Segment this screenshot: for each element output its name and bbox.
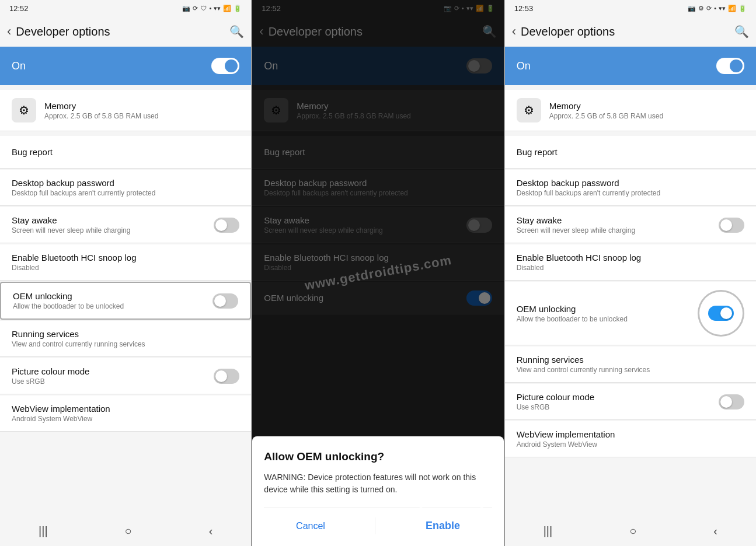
- memory-sub-3: Approx. 2.5 GB of 5.8 GB RAM used: [549, 112, 744, 120]
- phone-panel-1: 12:52 📷 ⟳ 🛡 • ▾▾ 📶 🔋 ‹ Developer options…: [0, 0, 251, 546]
- stayawake-toggle-3[interactable]: [719, 218, 744, 233]
- on-row-3[interactable]: On: [505, 47, 756, 85]
- setting-memory-3[interactable]: ⚙ Memory Approx. 2.5 GB of 5.8 GB RAM us…: [505, 90, 756, 131]
- status-icons-3: 📷 ⚙ ⟳ • ▾▾ 📶 🔋: [688, 5, 747, 12]
- picturecolour-title-1: Picture colour mode: [12, 366, 214, 376]
- oem-text-1: OEM unlocking Allow the bootloader to be…: [13, 291, 212, 310]
- setting-webview-1[interactable]: WebView implementation Android System We…: [0, 396, 251, 432]
- runningservices-title-1: Running services: [12, 329, 239, 339]
- oem-toggle-3[interactable]: [708, 306, 734, 321]
- setting-desktopbackup-1[interactable]: Desktop backup password Desktop full bac…: [0, 170, 251, 206]
- on-row-1[interactable]: On: [0, 47, 251, 85]
- settings-list-1: ⚙ Memory Approx. 2.5 GB of 5.8 GB RAM us…: [0, 85, 251, 516]
- nav-home-3[interactable]: ○: [629, 524, 636, 538]
- setting-oem-3[interactable]: OEM unlocking Allow the bootloader to be…: [505, 282, 756, 345]
- nav-back-3[interactable]: ‹: [713, 524, 717, 538]
- nav-home-1[interactable]: ○: [125, 524, 132, 538]
- setting-desktopbackup-3[interactable]: Desktop backup password Desktop full bac…: [505, 170, 756, 206]
- stayawake-title-1: Stay awake: [12, 215, 214, 225]
- top-bar-1: ‹ Developer options 🔍: [0, 16, 251, 47]
- picturecolour-title-3: Picture colour mode: [517, 392, 719, 402]
- setting-bugreport-3[interactable]: Bug report: [505, 136, 756, 169]
- setting-stayawake-1[interactable]: Stay awake Screen will never sleep while…: [0, 207, 251, 243]
- phone-panel-3: 12:53 📷 ⚙ ⟳ • ▾▾ 📶 🔋 ‹ Developer options…: [505, 0, 756, 546]
- sync-icon-1: ⟳: [193, 5, 198, 12]
- oem-text-3: OEM unlocking Allow the bootloader to be…: [517, 304, 698, 323]
- wifi-icon-1: ▾▾: [214, 5, 221, 12]
- setting-bluetooth-1[interactable]: Enable Bluetooth HCI snoop log Disabled: [0, 244, 251, 281]
- runningservices-text-3: Running services View and control curren…: [517, 355, 744, 374]
- picturecolour-text-1: Picture colour mode Use sRGB: [12, 366, 214, 386]
- memory-text-3: Memory Approx. 2.5 GB of 5.8 GB RAM used: [549, 101, 744, 120]
- battery-icon-1: 🔋: [234, 5, 242, 12]
- back-button-3[interactable]: ‹: [512, 24, 516, 39]
- setting-runningservices-3[interactable]: Running services View and control curren…: [505, 346, 756, 383]
- nav-back-1[interactable]: ‹: [209, 524, 213, 538]
- setting-stayawake-3[interactable]: Stay awake Screen will never sleep while…: [505, 207, 756, 243]
- on-toggle-3[interactable]: [716, 58, 744, 74]
- nav-recents-3[interactable]: |||: [544, 524, 553, 538]
- bugreport-text-1: Bug report: [12, 147, 239, 157]
- battery-icon-3: 🔋: [738, 5, 747, 12]
- stayawake-title-3: Stay awake: [517, 215, 719, 225]
- memory-sub-1: Approx. 2.5 GB of 5.8 GB RAM used: [44, 112, 239, 120]
- oem-toggle-spotlight-wrap-3: [698, 290, 744, 337]
- signal-icon-1: 📶: [223, 5, 231, 12]
- search-button-3[interactable]: 🔍: [734, 24, 749, 38]
- webview-title-1: WebView implementation: [12, 404, 239, 414]
- dot-icon-3: •: [714, 5, 716, 12]
- enable-button-2[interactable]: Enable: [412, 513, 474, 539]
- setting-webview-3[interactable]: WebView implementation Android System We…: [505, 421, 756, 457]
- on-label-3: On: [517, 60, 716, 72]
- picturecolour-toggle-1[interactable]: [214, 369, 239, 384]
- desktopbackup-text-3: Desktop backup password Desktop full bac…: [517, 178, 744, 197]
- on-toggle-1[interactable]: [211, 58, 239, 74]
- status-bar-3: 12:53 📷 ⚙ ⟳ • ▾▾ 📶 🔋: [505, 0, 756, 16]
- signal-icon-3: 📶: [728, 5, 736, 12]
- camera-icon-1: 📷: [182, 5, 190, 12]
- time-1: 12:52: [9, 4, 29, 13]
- bluetooth-title-1: Enable Bluetooth HCI snoop log: [12, 253, 239, 262]
- bluetooth-title-3: Enable Bluetooth HCI snoop log: [517, 253, 744, 262]
- stayawake-toggle-1[interactable]: [214, 218, 239, 233]
- cancel-button-2[interactable]: Cancel: [282, 513, 339, 539]
- settings-list-3: ⚙ Memory Approx. 2.5 GB of 5.8 GB RAM us…: [505, 85, 756, 516]
- setting-picturecolour-1[interactable]: Picture colour mode Use sRGB: [0, 358, 251, 394]
- back-button-1[interactable]: ‹: [7, 24, 11, 39]
- dialog-box-2: Allow OEM unlocking? WARNING: Device pro…: [252, 436, 503, 546]
- page-title-3: Developer options: [521, 25, 734, 38]
- search-button-1[interactable]: 🔍: [229, 24, 244, 38]
- bluetooth-text-3: Enable Bluetooth HCI snoop log Disabled: [517, 253, 744, 272]
- setting-bluetooth-3[interactable]: Enable Bluetooth HCI snoop log Disabled: [505, 244, 756, 281]
- oem-toggle-1[interactable]: [212, 293, 238, 309]
- setting-oem-1[interactable]: OEM unlocking Allow the bootloader to be…: [0, 282, 251, 320]
- picturecolour-text-3: Picture colour mode Use sRGB: [517, 392, 719, 411]
- picturecolour-toggle-3[interactable]: [719, 394, 744, 410]
- oem-title-3: OEM unlocking: [517, 304, 698, 314]
- memory-icon-wrap-1: ⚙: [12, 98, 36, 123]
- nav-bar-1: ||| ○ ‹: [0, 516, 251, 546]
- setting-bugreport-1[interactable]: Bug report: [0, 136, 251, 169]
- dialog-body-2: WARNING: Device protection features will…: [264, 471, 492, 496]
- oem-sub-3: Allow the bootloader to be unlocked: [517, 315, 698, 323]
- picturecolour-sub-3: Use sRGB: [517, 403, 719, 411]
- dialog-actions-2: Cancel Enable: [264, 508, 492, 539]
- picturecolour-sub-1: Use sRGB: [12, 377, 214, 386]
- desktopbackup-text-1: Desktop backup password Desktop full bac…: [12, 178, 239, 197]
- chip-icon-3: ⚙: [524, 103, 534, 117]
- bluetooth-sub-1: Disabled: [12, 264, 239, 272]
- setting-memory-1[interactable]: ⚙ Memory Approx. 2.5 GB of 5.8 GB RAM us…: [0, 90, 251, 131]
- desktopbackup-title-1: Desktop backup password: [12, 178, 239, 188]
- setting-picturecolour-3[interactable]: Picture colour mode Use sRGB: [505, 384, 756, 420]
- webview-text-1: WebView implementation Android System We…: [12, 404, 239, 423]
- on-label-1: On: [12, 60, 211, 72]
- status-icons-1: 📷 ⟳ 🛡 • ▾▾ 📶 🔋: [182, 5, 242, 12]
- runningservices-text-1: Running services View and control curren…: [12, 329, 239, 348]
- memory-title-1: Memory: [44, 101, 239, 111]
- webview-title-3: WebView implementation: [517, 429, 744, 439]
- runningservices-sub-3: View and control currently running servi…: [517, 366, 744, 374]
- nav-recents-1[interactable]: |||: [39, 524, 48, 538]
- setting-runningservices-1[interactable]: Running services View and control curren…: [0, 321, 251, 357]
- bugreport-title-3: Bug report: [517, 147, 744, 157]
- status-bar-1: 12:52 📷 ⟳ 🛡 • ▾▾ 📶 🔋: [0, 0, 251, 16]
